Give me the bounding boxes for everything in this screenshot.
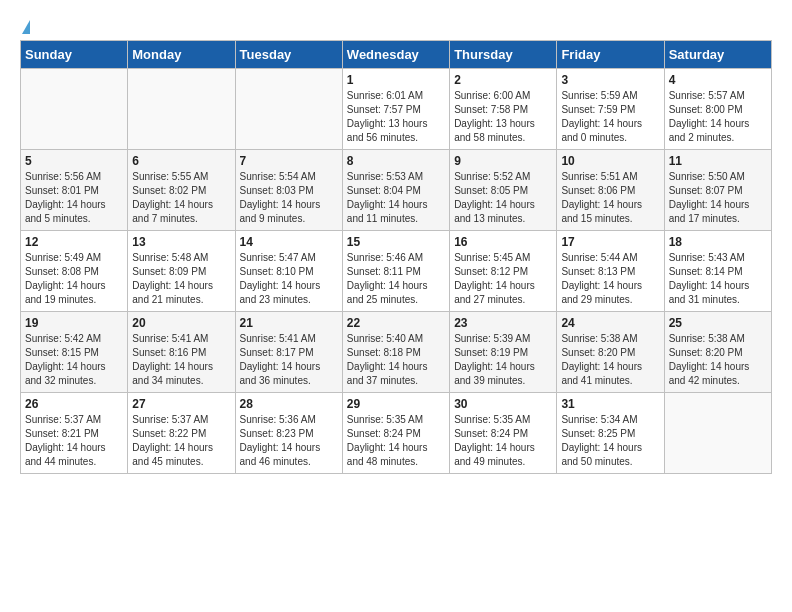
day-info: Sunrise: 5:46 AM Sunset: 8:11 PM Dayligh… [347,251,445,307]
calendar-cell: 22Sunrise: 5:40 AM Sunset: 8:18 PM Dayli… [342,312,449,393]
calendar-table: SundayMondayTuesdayWednesdayThursdayFrid… [20,40,772,474]
logo-arrow-icon [22,20,30,34]
day-number: 5 [25,154,123,168]
day-number: 26 [25,397,123,411]
day-number: 8 [347,154,445,168]
day-info: Sunrise: 5:41 AM Sunset: 8:17 PM Dayligh… [240,332,338,388]
day-info: Sunrise: 5:43 AM Sunset: 8:14 PM Dayligh… [669,251,767,307]
day-info: Sunrise: 5:40 AM Sunset: 8:18 PM Dayligh… [347,332,445,388]
day-info: Sunrise: 5:47 AM Sunset: 8:10 PM Dayligh… [240,251,338,307]
day-info: Sunrise: 5:51 AM Sunset: 8:06 PM Dayligh… [561,170,659,226]
day-number: 10 [561,154,659,168]
calendar-cell: 24Sunrise: 5:38 AM Sunset: 8:20 PM Dayli… [557,312,664,393]
day-info: Sunrise: 5:41 AM Sunset: 8:16 PM Dayligh… [132,332,230,388]
calendar-cell: 12Sunrise: 5:49 AM Sunset: 8:08 PM Dayli… [21,231,128,312]
calendar-cell: 8Sunrise: 5:53 AM Sunset: 8:04 PM Daylig… [342,150,449,231]
day-info: Sunrise: 5:57 AM Sunset: 8:00 PM Dayligh… [669,89,767,145]
day-info: Sunrise: 5:36 AM Sunset: 8:23 PM Dayligh… [240,413,338,469]
calendar-cell: 4Sunrise: 5:57 AM Sunset: 8:00 PM Daylig… [664,69,771,150]
day-number: 18 [669,235,767,249]
day-number: 11 [669,154,767,168]
calendar-cell: 16Sunrise: 5:45 AM Sunset: 8:12 PM Dayli… [450,231,557,312]
calendar-cell [128,69,235,150]
day-info: Sunrise: 5:53 AM Sunset: 8:04 PM Dayligh… [347,170,445,226]
day-number: 9 [454,154,552,168]
calendar-cell: 26Sunrise: 5:37 AM Sunset: 8:21 PM Dayli… [21,393,128,474]
calendar-cell: 27Sunrise: 5:37 AM Sunset: 8:22 PM Dayli… [128,393,235,474]
calendar-cell: 10Sunrise: 5:51 AM Sunset: 8:06 PM Dayli… [557,150,664,231]
calendar-cell: 21Sunrise: 5:41 AM Sunset: 8:17 PM Dayli… [235,312,342,393]
weekday-header: Tuesday [235,41,342,69]
day-info: Sunrise: 5:54 AM Sunset: 8:03 PM Dayligh… [240,170,338,226]
day-number: 22 [347,316,445,330]
day-info: Sunrise: 5:44 AM Sunset: 8:13 PM Dayligh… [561,251,659,307]
day-number: 21 [240,316,338,330]
calendar-cell: 9Sunrise: 5:52 AM Sunset: 8:05 PM Daylig… [450,150,557,231]
day-number: 2 [454,73,552,87]
calendar-cell: 15Sunrise: 5:46 AM Sunset: 8:11 PM Dayli… [342,231,449,312]
calendar-cell [664,393,771,474]
weekday-header: Sunday [21,41,128,69]
calendar-cell: 18Sunrise: 5:43 AM Sunset: 8:14 PM Dayli… [664,231,771,312]
day-info: Sunrise: 5:56 AM Sunset: 8:01 PM Dayligh… [25,170,123,226]
day-info: Sunrise: 5:55 AM Sunset: 8:02 PM Dayligh… [132,170,230,226]
page-header [20,20,772,30]
calendar-cell: 13Sunrise: 5:48 AM Sunset: 8:09 PM Dayli… [128,231,235,312]
day-number: 28 [240,397,338,411]
day-info: Sunrise: 6:01 AM Sunset: 7:57 PM Dayligh… [347,89,445,145]
day-info: Sunrise: 5:38 AM Sunset: 8:20 PM Dayligh… [561,332,659,388]
calendar-cell: 1Sunrise: 6:01 AM Sunset: 7:57 PM Daylig… [342,69,449,150]
day-number: 3 [561,73,659,87]
day-number: 7 [240,154,338,168]
day-number: 27 [132,397,230,411]
day-info: Sunrise: 5:52 AM Sunset: 8:05 PM Dayligh… [454,170,552,226]
logo [20,20,30,30]
day-number: 24 [561,316,659,330]
day-number: 12 [25,235,123,249]
day-number: 4 [669,73,767,87]
day-info: Sunrise: 5:49 AM Sunset: 8:08 PM Dayligh… [25,251,123,307]
day-info: Sunrise: 5:34 AM Sunset: 8:25 PM Dayligh… [561,413,659,469]
day-info: Sunrise: 5:42 AM Sunset: 8:15 PM Dayligh… [25,332,123,388]
day-info: Sunrise: 5:50 AM Sunset: 8:07 PM Dayligh… [669,170,767,226]
calendar-cell [235,69,342,150]
calendar-cell: 28Sunrise: 5:36 AM Sunset: 8:23 PM Dayli… [235,393,342,474]
day-number: 30 [454,397,552,411]
day-number: 16 [454,235,552,249]
calendar-cell: 20Sunrise: 5:41 AM Sunset: 8:16 PM Dayli… [128,312,235,393]
day-number: 14 [240,235,338,249]
day-info: Sunrise: 5:39 AM Sunset: 8:19 PM Dayligh… [454,332,552,388]
calendar-cell: 6Sunrise: 5:55 AM Sunset: 8:02 PM Daylig… [128,150,235,231]
calendar-cell: 30Sunrise: 5:35 AM Sunset: 8:24 PM Dayli… [450,393,557,474]
weekday-header: Wednesday [342,41,449,69]
day-number: 15 [347,235,445,249]
calendar-cell: 7Sunrise: 5:54 AM Sunset: 8:03 PM Daylig… [235,150,342,231]
calendar-cell: 14Sunrise: 5:47 AM Sunset: 8:10 PM Dayli… [235,231,342,312]
weekday-header: Friday [557,41,664,69]
day-info: Sunrise: 5:48 AM Sunset: 8:09 PM Dayligh… [132,251,230,307]
calendar-cell: 5Sunrise: 5:56 AM Sunset: 8:01 PM Daylig… [21,150,128,231]
day-number: 25 [669,316,767,330]
day-number: 19 [25,316,123,330]
day-info: Sunrise: 5:37 AM Sunset: 8:22 PM Dayligh… [132,413,230,469]
calendar-cell: 23Sunrise: 5:39 AM Sunset: 8:19 PM Dayli… [450,312,557,393]
day-number: 29 [347,397,445,411]
day-info: Sunrise: 5:38 AM Sunset: 8:20 PM Dayligh… [669,332,767,388]
day-number: 23 [454,316,552,330]
calendar-cell: 2Sunrise: 6:00 AM Sunset: 7:58 PM Daylig… [450,69,557,150]
day-info: Sunrise: 5:35 AM Sunset: 8:24 PM Dayligh… [454,413,552,469]
calendar-cell: 3Sunrise: 5:59 AM Sunset: 7:59 PM Daylig… [557,69,664,150]
weekday-header: Monday [128,41,235,69]
day-number: 6 [132,154,230,168]
calendar-cell: 11Sunrise: 5:50 AM Sunset: 8:07 PM Dayli… [664,150,771,231]
weekday-header: Saturday [664,41,771,69]
day-number: 20 [132,316,230,330]
calendar-cell: 25Sunrise: 5:38 AM Sunset: 8:20 PM Dayli… [664,312,771,393]
day-info: Sunrise: 5:45 AM Sunset: 8:12 PM Dayligh… [454,251,552,307]
day-info: Sunrise: 5:35 AM Sunset: 8:24 PM Dayligh… [347,413,445,469]
calendar-cell: 29Sunrise: 5:35 AM Sunset: 8:24 PM Dayli… [342,393,449,474]
day-number: 1 [347,73,445,87]
day-info: Sunrise: 5:59 AM Sunset: 7:59 PM Dayligh… [561,89,659,145]
calendar-cell: 19Sunrise: 5:42 AM Sunset: 8:15 PM Dayli… [21,312,128,393]
day-info: Sunrise: 5:37 AM Sunset: 8:21 PM Dayligh… [25,413,123,469]
